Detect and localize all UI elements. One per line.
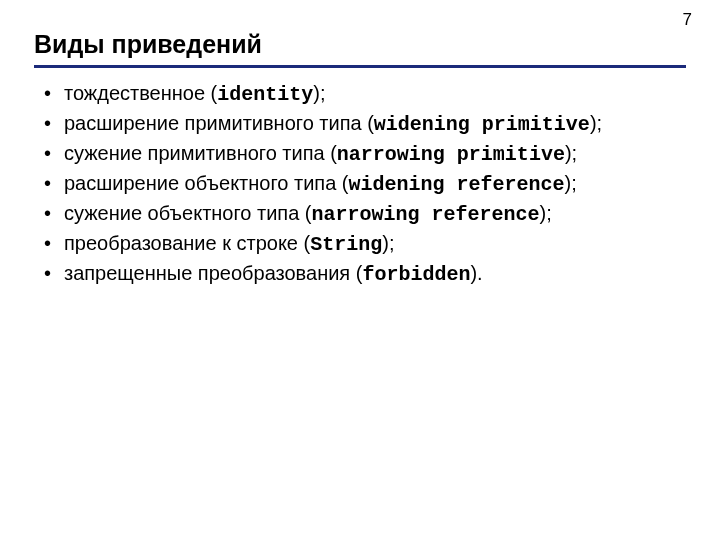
item-text: запрещенные преобразования ( — [64, 262, 362, 284]
list-item: запрещенные преобразования (forbidden). — [38, 260, 686, 288]
item-term: widening reference — [348, 173, 564, 196]
item-term: forbidden — [362, 263, 470, 286]
list-item: расширение примитивного типа (widening p… — [38, 110, 686, 138]
item-text: ); — [540, 202, 552, 224]
item-term: identity — [217, 83, 313, 106]
bullet-list: тождественное (identity); расширение при… — [34, 80, 686, 288]
item-term: narrowing primitive — [337, 143, 565, 166]
slide: Виды приведений тождественное (identity)… — [0, 0, 720, 288]
item-text: ); — [565, 172, 577, 194]
item-text: расширение объектного типа ( — [64, 172, 348, 194]
item-text: ); — [313, 82, 325, 104]
item-term: String — [310, 233, 382, 256]
page-number: 7 — [683, 10, 692, 30]
item-text: расширение примитивного типа ( — [64, 112, 374, 134]
item-text: ); — [382, 232, 394, 254]
list-item: расширение объектного типа (widening ref… — [38, 170, 686, 198]
item-text: ); — [565, 142, 577, 164]
slide-title: Виды приведений — [34, 30, 686, 68]
item-text: сужение примитивного типа ( — [64, 142, 337, 164]
item-text: сужение объектного типа ( — [64, 202, 312, 224]
item-text: ). — [470, 262, 482, 284]
item-term: narrowing reference — [312, 203, 540, 226]
list-item: преобразование к строке (String); — [38, 230, 686, 258]
list-item: сужение примитивного типа (narrowing pri… — [38, 140, 686, 168]
item-term: widening primitive — [374, 113, 590, 136]
item-text: тождественное ( — [64, 82, 217, 104]
item-text: преобразование к строке ( — [64, 232, 310, 254]
list-item: тождественное (identity); — [38, 80, 686, 108]
item-text: ); — [590, 112, 602, 134]
list-item: сужение объектного типа (narrowing refer… — [38, 200, 686, 228]
